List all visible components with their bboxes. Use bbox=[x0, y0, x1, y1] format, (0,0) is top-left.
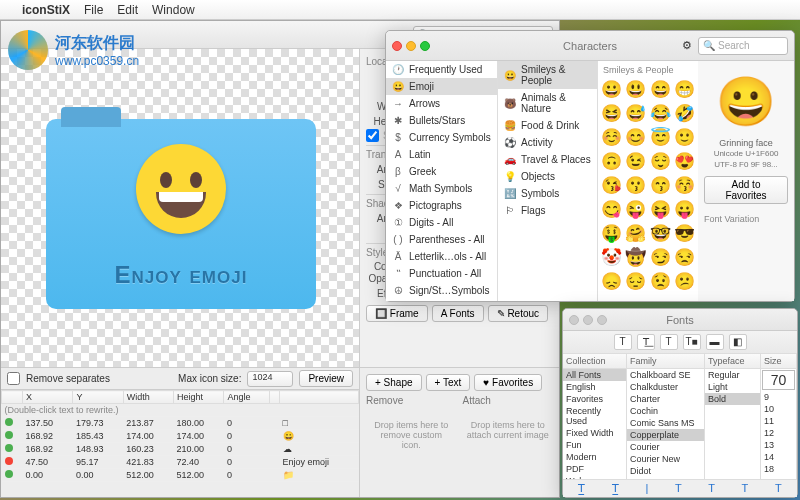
layers-table[interactable]: XYWidthHeightAngle (Double-click text to… bbox=[1, 390, 359, 497]
emoji-cell[interactable]: 🤑 bbox=[599, 222, 624, 246]
font-bottom-button[interactable]: T bbox=[708, 482, 715, 495]
emoji-cell[interactable]: 😜 bbox=[624, 198, 649, 222]
emoji-cell[interactable]: 😛 bbox=[673, 198, 698, 222]
font-tool-button[interactable]: T bbox=[660, 334, 678, 350]
list-item[interactable]: 13 bbox=[761, 439, 796, 451]
list-item[interactable]: Cochin bbox=[627, 405, 704, 417]
emoji-cell[interactable]: 😅 bbox=[624, 102, 649, 126]
emoji-cell[interactable]: 😊 bbox=[624, 126, 649, 150]
retouch-button[interactable]: ✎ Retouc bbox=[488, 305, 548, 322]
category-item[interactable]: ‟Punctuation - All bbox=[386, 265, 497, 282]
attach-dropzone[interactable]: Drop items here to attach current image bbox=[463, 406, 554, 454]
list-item[interactable]: Chalkduster bbox=[627, 381, 704, 393]
size-input[interactable]: 70 bbox=[762, 370, 795, 390]
canvas[interactable]: Enjoy emoji bbox=[1, 49, 359, 367]
category-item[interactable]: ①Digits - All bbox=[386, 214, 497, 231]
list-item[interactable]: All Fonts bbox=[563, 369, 626, 381]
table-header[interactable] bbox=[2, 391, 23, 404]
emoji-cell[interactable]: 😁 bbox=[673, 78, 698, 102]
subcategory-list[interactable]: 😀Smileys & People🐻Animals & Nature🍔Food … bbox=[498, 61, 598, 301]
emoji-cell[interactable]: 😍 bbox=[673, 150, 698, 174]
category-item[interactable]: 😀Emoji bbox=[386, 78, 497, 95]
subcategory-item[interactable]: 🍔Food & Drink bbox=[498, 117, 597, 134]
favorites-button[interactable]: ♥ Favorites bbox=[474, 374, 542, 391]
preview-button[interactable]: Preview bbox=[299, 370, 353, 387]
table-row[interactable]: 168.92185.43174.00174.000😀 bbox=[2, 430, 359, 443]
table-header[interactable] bbox=[269, 391, 280, 404]
remove-separates-checkbox[interactable] bbox=[7, 372, 20, 385]
list-item[interactable]: Fixed Width bbox=[563, 427, 626, 439]
emoji-cell[interactable]: 😋 bbox=[599, 198, 624, 222]
font-tool-button[interactable]: T bbox=[614, 334, 632, 350]
category-item[interactable]: 🕐Frequently Used bbox=[386, 61, 497, 78]
font-bottom-button[interactable]: | bbox=[645, 482, 648, 495]
emoji-cell[interactable]: 🤡 bbox=[599, 246, 624, 270]
font-tool-button[interactable]: T■ bbox=[683, 334, 701, 350]
emoji-cell[interactable]: 😉 bbox=[624, 150, 649, 174]
remove-dropzone[interactable]: Drop items here to remove custom icon. bbox=[366, 406, 457, 464]
list-item[interactable]: Didot bbox=[627, 465, 704, 477]
category-item[interactable]: ❖Pictographs bbox=[386, 197, 497, 214]
fonts-button[interactable]: A Fonts bbox=[432, 305, 484, 322]
emoji-cell[interactable]: 😒 bbox=[673, 246, 698, 270]
list-item[interactable]: Courier New bbox=[627, 453, 704, 465]
subcategory-item[interactable]: 🚗Travel & Places bbox=[498, 151, 597, 168]
scale-checkbox[interactable] bbox=[366, 129, 379, 142]
subcategory-item[interactable]: 🐻Animals & Nature bbox=[498, 89, 597, 117]
list-item[interactable]: Recently Used bbox=[563, 405, 626, 427]
emoji-cell[interactable]: 😘 bbox=[599, 174, 624, 198]
emoji-cell[interactable]: 😕 bbox=[673, 270, 698, 294]
list-item[interactable]: 18 bbox=[761, 463, 796, 475]
subcategory-item[interactable]: 💡Objects bbox=[498, 168, 597, 185]
list-item[interactable]: 11 bbox=[761, 415, 796, 427]
emoji-cell[interactable]: 😔 bbox=[624, 270, 649, 294]
emoji-cell[interactable]: 🙂 bbox=[673, 126, 698, 150]
table-header[interactable]: Width bbox=[123, 391, 173, 404]
font-bottom-button[interactable]: T bbox=[675, 482, 682, 495]
emoji-cell[interactable]: 🤠 bbox=[624, 246, 649, 270]
menu-file[interactable]: File bbox=[84, 3, 103, 17]
size-list[interactable]: Size709101112131418 bbox=[761, 354, 797, 479]
emoji-cell[interactable]: 😌 bbox=[648, 150, 673, 174]
font-bottom-button[interactable]: T̲ bbox=[612, 482, 619, 495]
app-name[interactable]: iconStiX bbox=[22, 3, 70, 17]
add-text-button[interactable]: + Text bbox=[426, 374, 471, 391]
emoji-layer[interactable] bbox=[136, 144, 226, 234]
table-header[interactable]: X bbox=[23, 391, 73, 404]
subcategory-item[interactable]: ⚽Activity bbox=[498, 134, 597, 151]
family-list[interactable]: FamilyChalkboard SEChalkdusterCharterCoc… bbox=[627, 354, 705, 479]
category-list[interactable]: 🕐Frequently Used😀Emoji→Arrows✱Bullets/St… bbox=[386, 61, 498, 301]
list-item[interactable]: Fun bbox=[563, 439, 626, 451]
font-tool-button[interactable]: ◧ bbox=[729, 334, 747, 350]
menu-edit[interactable]: Edit bbox=[117, 3, 138, 17]
text-layer[interactable]: Enjoy emoji bbox=[46, 261, 316, 289]
folder-layer[interactable]: Enjoy emoji bbox=[46, 89, 316, 309]
font-bottom-button[interactable]: T̲ bbox=[578, 482, 585, 495]
list-item[interactable]: 14 bbox=[761, 451, 796, 463]
list-item[interactable]: Regular bbox=[705, 369, 760, 381]
list-item[interactable]: Chalkboard SE bbox=[627, 369, 704, 381]
emoji-cell[interactable]: 🤓 bbox=[648, 222, 673, 246]
typeface-list[interactable]: TypefaceRegularLightBold bbox=[705, 354, 761, 479]
emoji-cell[interactable]: 🤣 bbox=[673, 102, 698, 126]
list-item[interactable]: Charter bbox=[627, 393, 704, 405]
max-icon-select[interactable]: 1024 bbox=[247, 371, 293, 387]
emoji-cell[interactable]: 😏 bbox=[648, 246, 673, 270]
emoji-cell[interactable]: 😂 bbox=[648, 102, 673, 126]
table-row[interactable]: 0.000.00512.00512.000📁 bbox=[2, 469, 359, 482]
table-header[interactable]: Height bbox=[174, 391, 224, 404]
emoji-cell[interactable]: 😇 bbox=[648, 126, 673, 150]
list-item[interactable]: PDF bbox=[563, 463, 626, 475]
category-item[interactable]: βGreek bbox=[386, 163, 497, 180]
list-item[interactable]: Bold bbox=[705, 393, 760, 405]
category-item[interactable]: ALatin bbox=[386, 146, 497, 163]
add-favorites-button[interactable]: Add to Favorites bbox=[704, 176, 788, 204]
add-shape-button[interactable]: + Shape bbox=[366, 374, 422, 391]
table-header[interactable]: Y bbox=[73, 391, 123, 404]
list-item[interactable]: Light bbox=[705, 381, 760, 393]
category-item[interactable]: ⌘Technic…Symbols bbox=[386, 299, 497, 301]
font-tool-button[interactable]: ▬ bbox=[706, 334, 724, 350]
table-header[interactable]: Angle bbox=[224, 391, 269, 404]
category-item[interactable]: ☮Sign/St…Symbols bbox=[386, 282, 497, 299]
emoji-cell[interactable]: 😆 bbox=[599, 102, 624, 126]
